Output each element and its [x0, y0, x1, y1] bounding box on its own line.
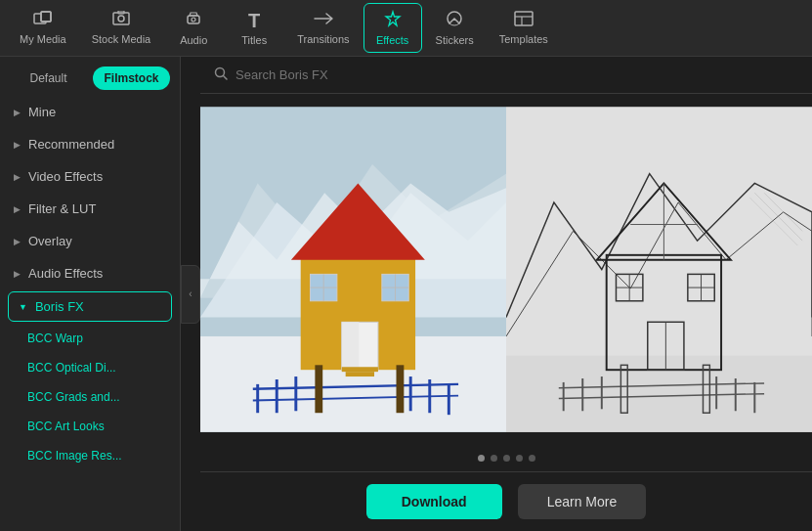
nav-transitions[interactable]: Transitions	[285, 5, 361, 51]
content-area: Download Learn More	[200, 57, 812, 531]
carousel-dots	[200, 445, 812, 471]
chevron-right-icon: ▶	[14, 108, 21, 117]
preview-image-color	[200, 94, 506, 445]
carousel-dot-5[interactable]	[529, 455, 535, 462]
carousel-dot-1[interactable]	[478, 455, 485, 462]
nav-audio-label: Audio	[180, 34, 207, 46]
chevron-right-icon: ▶	[14, 237, 21, 246]
sidebar-subitem-bcc-warp-label: BCC Warp	[27, 332, 83, 345]
nav-stickers-label: Stickers	[436, 34, 474, 46]
svg-rect-37	[315, 365, 322, 413]
svg-rect-1	[41, 12, 51, 22]
carousel-dot-3[interactable]	[503, 455, 510, 462]
sidebar-tabs: Default Filmstock	[0, 57, 180, 96]
sidebar-subitem-bcc-image-label: BCC Image Res...	[27, 449, 122, 463]
sidebar-subitem-bcc-warp[interactable]: BCC Warp	[0, 324, 180, 353]
top-navigation: My Media Stock Media Audio T Titles	[0, 0, 812, 57]
nav-templates[interactable]: Templates	[488, 5, 560, 51]
sidebar-items-list: ▶ Mine ▶ Recommended ▶ Video Effects ▶ F…	[0, 96, 180, 531]
sidebar-item-mine-label: Mine	[28, 105, 56, 119]
stock-media-icon	[111, 11, 131, 29]
svg-rect-40	[346, 372, 374, 376]
tab-default[interactable]: Default	[10, 66, 87, 90]
audio-icon	[185, 10, 202, 30]
nav-effects-label: Effects	[376, 34, 408, 46]
nav-stock-media-label: Stock Media	[92, 33, 151, 45]
sidebar: Default Filmstock ▶ Mine ▶ Recommended ▶…	[0, 57, 181, 531]
stickers-icon	[446, 10, 463, 30]
nav-titles[interactable]: T Titles	[225, 5, 283, 52]
sidebar-item-video-effects[interactable]: ▶ Video Effects	[0, 160, 180, 193]
svg-rect-42	[506, 356, 812, 432]
sidebar-collapse-button[interactable]: ‹	[181, 265, 200, 324]
sidebar-subitem-bcc-optical[interactable]: BCC Optical Di...	[0, 353, 180, 382]
sidebar-subitem-bcc-grads-label: BCC Grads and...	[27, 390, 120, 404]
chevron-right-icon: ▶	[14, 269, 21, 279]
sidebar-item-filter-lut[interactable]: ▶ Filter & LUT	[0, 193, 180, 225]
my-media-icon	[33, 11, 53, 29]
sidebar-item-filter-lut-label: Filter & LUT	[28, 201, 96, 216]
sidebar-item-recommended-label: Recommended	[28, 137, 114, 152]
carousel-dot-2[interactable]	[491, 455, 497, 462]
nav-my-media[interactable]: My Media	[8, 5, 78, 51]
sidebar-item-boris-fx-label: Boris FX	[35, 299, 84, 314]
chevron-right-icon: ▶	[14, 204, 21, 214]
sidebar-item-audio-effects-label: Audio Effects	[28, 266, 103, 281]
carousel-dot-4[interactable]	[516, 455, 523, 462]
sidebar-item-overlay-label: Overlay	[28, 234, 72, 248]
svg-point-4	[118, 16, 124, 22]
svg-rect-9	[515, 12, 533, 25]
sidebar-item-audio-effects[interactable]: ▶ Audio Effects	[0, 257, 180, 289]
main-area: Default Filmstock ▶ Mine ▶ Recommended ▶…	[0, 57, 812, 531]
tab-filmstock[interactable]: Filmstock	[93, 66, 170, 90]
svg-point-7	[192, 18, 195, 22]
svg-marker-8	[386, 12, 400, 25]
titles-icon: T	[248, 11, 260, 30]
sidebar-item-boris-fx[interactable]: ▼ Boris FX	[8, 291, 172, 322]
svg-rect-39	[342, 367, 378, 372]
nav-titles-label: Titles	[241, 34, 267, 46]
sidebar-item-video-effects-label: Video Effects	[28, 169, 103, 184]
search-bar	[200, 57, 812, 94]
sidebar-item-recommended[interactable]: ▶ Recommended	[0, 128, 180, 160]
nav-stickers[interactable]: Stickers	[424, 4, 486, 52]
preview-area	[200, 94, 812, 445]
nav-transitions-label: Transitions	[297, 33, 349, 45]
svg-rect-6	[188, 16, 199, 23]
effects-icon	[384, 10, 402, 30]
transitions-icon	[313, 11, 334, 29]
svg-line-13	[224, 76, 228, 80]
sidebar-item-mine[interactable]: ▶ Mine	[0, 96, 180, 128]
search-input[interactable]	[235, 67, 798, 82]
download-button[interactable]: Download	[366, 484, 502, 519]
chevron-right-icon: ▶	[14, 140, 21, 150]
nav-templates-label: Templates	[499, 33, 548, 45]
nav-my-media-label: My Media	[20, 33, 66, 45]
svg-rect-22	[342, 322, 360, 370]
svg-rect-38	[397, 365, 405, 413]
chevron-down-icon: ▼	[19, 302, 27, 312]
sidebar-subitem-bcc-art-label: BCC Art Looks	[27, 420, 105, 433]
nav-audio[interactable]: Audio	[164, 4, 223, 52]
templates-icon	[514, 11, 534, 29]
learn-more-button[interactable]: Learn More	[518, 484, 647, 519]
sidebar-subitem-bcc-optical-label: BCC Optical Di...	[27, 361, 116, 375]
sidebar-subitem-bcc-art[interactable]: BCC Art Looks	[0, 412, 180, 441]
sidebar-subitem-bcc-image[interactable]: BCC Image Res...	[0, 441, 180, 470]
svg-rect-3	[113, 13, 129, 24]
sidebar-subitem-bcc-grads[interactable]: BCC Grads and...	[0, 382, 180, 412]
nav-effects[interactable]: Effects	[363, 3, 422, 53]
sidebar-item-overlay[interactable]: ▶ Overlay	[0, 225, 180, 257]
search-icon	[214, 66, 228, 83]
nav-stock-media[interactable]: Stock Media	[80, 5, 163, 51]
chevron-right-icon: ▶	[14, 172, 21, 182]
preview-image-sketch	[506, 94, 812, 445]
bottom-bar: Download Learn More	[200, 471, 812, 531]
